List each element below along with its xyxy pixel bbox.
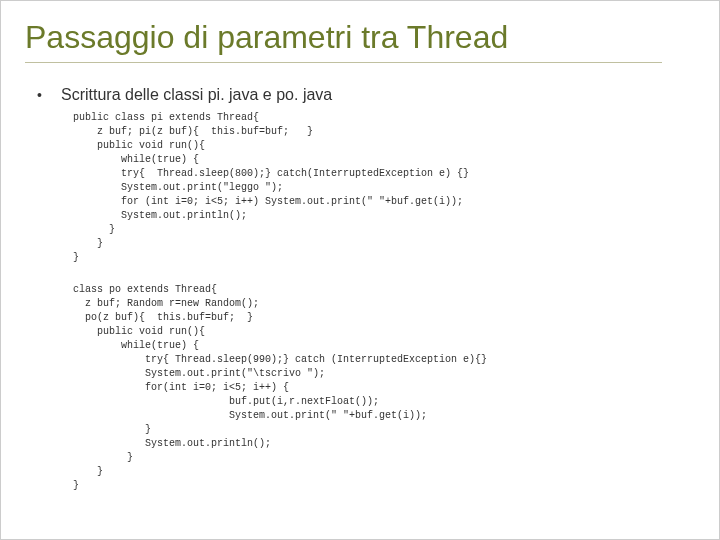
bullet-row: • Scrittura delle classi pi. java e po. … [37,85,695,105]
code-block-pi: public class pi extends Thread{ z buf; p… [73,111,695,265]
code-block-po: class po extends Thread{ z buf; Random r… [73,283,695,493]
bullet-marker: • [37,85,61,105]
slide-title: Passaggio di parametri tra Thread [25,19,695,56]
title-rule [25,62,662,63]
slide: Passaggio di parametri tra Thread • Scri… [0,0,720,540]
bullet-text: Scrittura delle classi pi. java e po. ja… [61,85,332,105]
